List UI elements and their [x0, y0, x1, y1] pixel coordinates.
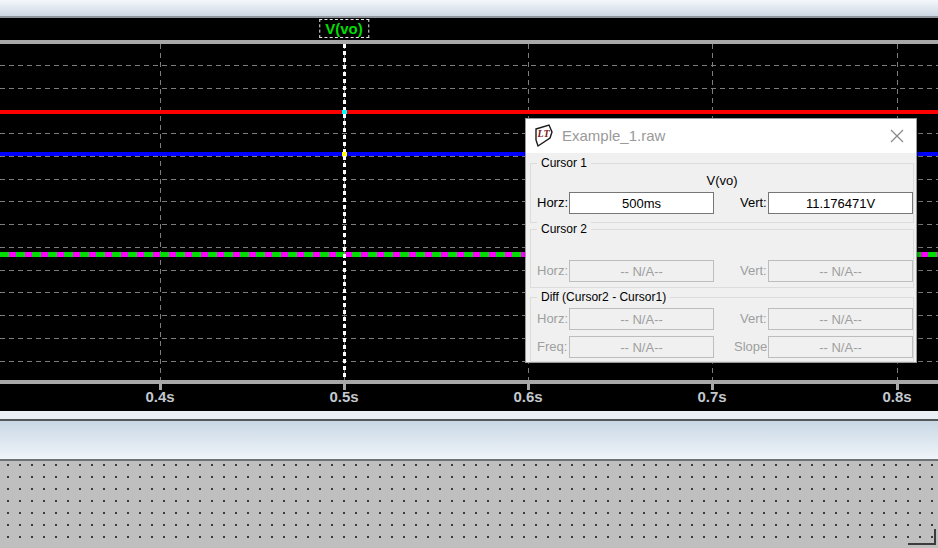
cursor1-horz-input[interactable] — [569, 192, 714, 214]
cursor1-group: Cursor 1 V(vo) Horz: Vert: — [530, 163, 914, 223]
diff-horz-input — [569, 308, 714, 330]
cursor1-line[interactable] — [343, 44, 346, 380]
diff-vert-input — [768, 308, 913, 330]
diff-slope-label: Slope: — [734, 336, 771, 358]
svg-text:LT: LT — [537, 128, 551, 139]
diff-group-label: Diff (Cursor2 - Cursor1) — [537, 290, 670, 304]
h-gridline — [0, 88, 938, 89]
cursor1-group-label: Cursor 1 — [537, 156, 591, 170]
cursor1-vert-label: Vert: — [740, 192, 767, 214]
axis-tick-label: 0.4s — [145, 388, 174, 405]
trace-red[interactable] — [0, 110, 938, 114]
cursor-dialog-title: Example_1.raw — [562, 119, 665, 153]
schematic-editor-pane[interactable] — [0, 461, 938, 548]
ltspice-logo-icon: LT — [534, 124, 554, 151]
cursor-blue-crossing — [342, 152, 347, 156]
cursor2-group: Cursor 2 Horz: Vert: — [530, 229, 914, 288]
axis-tick-label: 0.7s — [697, 388, 726, 405]
diff-slope-input — [768, 336, 913, 358]
cursor-red-crossing — [342, 110, 347, 114]
cursor1-trace-name: V(vo) — [531, 173, 913, 188]
cursor1-vert-input[interactable] — [768, 192, 913, 214]
cursor2-horz-label: Horz: — [537, 260, 568, 282]
ltspice-window: V(vo) 0.4s0.5s0.6s0.7s0.8s LT Example_1.… — [0, 0, 938, 548]
x-axis-labels-strip: 0.4s0.5s0.6s0.7s0.8s — [0, 384, 938, 411]
cursor-dialog-titlebar[interactable]: LT Example_1.raw — [526, 119, 916, 153]
cursor2-vert-input — [768, 260, 913, 282]
axis-tick-label: 0.6s — [513, 388, 542, 405]
h-gridline — [0, 65, 938, 66]
diff-vert-label: Vert: — [740, 308, 767, 330]
cursor2-vert-label: Vert: — [740, 260, 767, 282]
schematic-header-band — [0, 421, 938, 459]
schematic-wire-corner — [908, 543, 936, 545]
cursor2-horz-input — [569, 260, 714, 282]
axis-tick-label: 0.5s — [329, 388, 358, 405]
cursor2-group-label: Cursor 2 — [537, 222, 591, 236]
window-top-strip — [0, 0, 938, 18]
cursor-dialog[interactable]: LT Example_1.raw Cursor 1 V(vo) Horz: Ve… — [525, 118, 917, 363]
diff-group: Diff (Cursor2 - Cursor1) Horz: Vert: Fre… — [530, 297, 914, 362]
axis-tick-label: 0.8s — [882, 388, 911, 405]
plot-title-strip: V(vo) — [0, 18, 938, 40]
trace-label-vvo[interactable]: V(vo) — [319, 19, 369, 38]
close-icon[interactable] — [888, 127, 906, 145]
cursor1-horz-label: Horz: — [537, 192, 568, 214]
diff-horz-label: Horz: — [537, 308, 568, 330]
diff-freq-input — [569, 336, 714, 358]
diff-freq-label: Freq: — [537, 336, 567, 358]
v-gridline — [160, 44, 161, 380]
pane-separator-light — [0, 411, 938, 419]
